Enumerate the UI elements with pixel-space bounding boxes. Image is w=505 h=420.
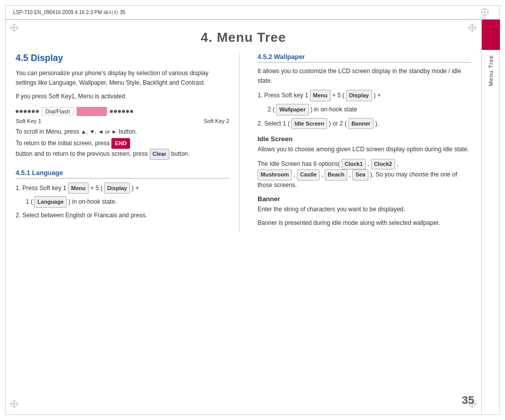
step-452-1d: 2 ( Wallpaper ) in on-hook state — [268, 104, 471, 115]
corner-mark-tl — [10, 23, 19, 34]
if-press-text: If you press Soft Key1, Menu is activate… — [16, 92, 229, 101]
scroll-arrows: ▲, ▼, ◄ or ► — [81, 129, 117, 135]
section-451: 4.5.1 Language 1. Press Soft key 1 Menu … — [16, 169, 229, 221]
castle-badge: Castle — [297, 169, 320, 181]
step-451-2: 2. Select between English or Francais an… — [16, 210, 229, 220]
step-452-1: 1. Press Soft key 1 Menu + 5 ( Display )… — [258, 90, 471, 101]
dot — [28, 110, 31, 113]
menu-badge-451: Menu — [68, 183, 89, 194]
comma5: , — [349, 171, 351, 178]
columns-container: 4.5 Display You can personalize your pho… — [6, 53, 481, 232]
step-452-2a: 2. Select — [258, 120, 281, 127]
softkey2-label: Soft Key 2 — [204, 118, 229, 124]
scroll-button: button. — [118, 128, 137, 135]
step-451-1d: 1 ( Language ) in on-hook state. — [26, 196, 229, 208]
comma2: , — [397, 160, 398, 167]
scroll-label: To scroll in Menu, press — [16, 128, 79, 135]
softkey-row: Soft Key 1 Soft Key 2 — [16, 118, 229, 124]
wallpaper-badge: Wallpaper — [276, 104, 308, 115]
dot — [20, 110, 23, 113]
dot — [16, 110, 19, 113]
pink-block — [77, 107, 107, 116]
section-45-intro: You can personalize your phone's display… — [16, 69, 229, 88]
dot — [114, 110, 117, 113]
sea-badge: Sea — [352, 169, 368, 181]
return-text2: button and to return to the previous scr… — [16, 150, 148, 157]
softkey1-label: Soft Key 1 — [16, 118, 41, 124]
step-452-2c: ) or — [329, 120, 338, 127]
display-badge-452: Display — [346, 90, 372, 101]
step-452-2e: ). — [375, 120, 378, 127]
corner-mark-bl — [10, 399, 19, 410]
step-452-2: 2. Select 1 ( Idle Screen ) or 2 ( Banne… — [258, 118, 471, 130]
step-451-1e: ) in on-hook state. — [69, 198, 117, 205]
step-452-1b: + 5 ( — [332, 92, 344, 99]
clock1-badge: Clock1 — [342, 159, 366, 170]
page-container: LSP-710 EN_090416 2009.4.16 2:3 PM 페이지 3… — [5, 5, 500, 415]
section-45-heading: 4.5 Display — [16, 53, 229, 64]
step-452-1e: ) in on-hook state — [310, 106, 357, 113]
end-badge: END — [111, 138, 130, 149]
comma3: , — [294, 171, 295, 178]
idle-screen-para2: The Idle Screen has 6 options( Clock1 , … — [258, 159, 471, 190]
banner-para1: Enter the string of characters you want … — [258, 205, 471, 214]
step-451-1a: 1. Press Soft key 1 — [16, 185, 67, 192]
comma4: , — [322, 171, 323, 178]
clear-badge: Clear — [150, 149, 170, 160]
idle-screen-badge: Idle Screen — [291, 118, 327, 130]
dot — [24, 110, 27, 113]
left-column: 4.5 Display You can personalize your pho… — [16, 53, 240, 232]
scroll-text: To scroll in Menu, press ▲, ▼, ◄ or ► bu… — [16, 128, 229, 135]
corner-mark-tr — [468, 23, 477, 34]
step-451-1d-label: 1 ( — [26, 198, 33, 205]
dial-flash-label: Dial/Flash — [42, 107, 74, 115]
print-header: LSP-710 EN_090416 2009.4.16 2:3 PM 페이지 3… — [6, 6, 499, 20]
banner-para2: Banner is presented during idle mode alo… — [258, 218, 471, 228]
banner-section: Banner Enter the string of characters yo… — [258, 195, 471, 228]
section-451-heading: 4.5.1 Language — [16, 169, 229, 178]
idle-screen-para1: Allows you to choose among given LCD scr… — [258, 145, 471, 154]
banner-heading: Banner — [258, 195, 471, 203]
dots-right — [110, 110, 133, 113]
beach-badge: Beach — [325, 169, 347, 181]
right-column: 4.5.2 Wallpaper It allows you to customi… — [255, 53, 471, 232]
step-451-1: 1. Press Soft key 1 Menu + 5 ( Display )… — [16, 183, 229, 194]
return-text3: button. — [171, 150, 190, 157]
print-info: LSP-710 EN_090416 2009.4.16 2:3 PM 페이지 3… — [13, 9, 125, 16]
clock2-badge: Clock2 — [371, 159, 395, 170]
right-sidebar: Menu Tree — [481, 20, 499, 414]
step-452-1c: ) + — [373, 92, 381, 99]
step-452-2b: 1 ( — [283, 120, 290, 127]
idle-screen-section: Idle Screen Allows you to choose among g… — [258, 135, 471, 190]
dial-flash-bar: Dial/Flash — [16, 107, 229, 116]
section-452-heading: 4.5.2 Wallpaper — [258, 53, 471, 63]
section-452-intro: It allows you to customize the LCD scree… — [258, 67, 471, 86]
sidebar-accent — [482, 20, 500, 50]
dot — [36, 110, 39, 113]
idle-screen-heading: Idle Screen — [258, 135, 471, 143]
dot — [110, 110, 113, 113]
page-title: 4. Menu Tree — [6, 20, 481, 53]
return-text: To return to the initial screen, press E… — [16, 138, 229, 160]
return-text1: To return to the initial screen, press — [16, 140, 110, 147]
comma1: , — [367, 160, 369, 167]
step-451-1b: + 5 ( — [90, 185, 102, 192]
step-452-1a: 1. Press Soft key 1 — [258, 92, 308, 99]
dot — [32, 110, 35, 113]
dot — [126, 110, 129, 113]
step-452-2d: 2 ( — [340, 120, 347, 127]
dot — [130, 110, 133, 113]
step-451-1c: ) + — [132, 185, 139, 192]
step-452-1d-label: 2 ( — [268, 106, 275, 113]
banner-badge: Banner — [348, 118, 373, 130]
menu-badge-452: Menu — [310, 90, 331, 101]
dots-left — [16, 110, 39, 113]
display-badge-451: Display — [104, 183, 130, 194]
dot — [118, 110, 121, 113]
reg-mark-top — [480, 8, 489, 19]
dot — [122, 110, 125, 113]
main-content: 4. Menu Tree 4.5 Display You can persona… — [6, 20, 481, 414]
language-badge: Language — [34, 196, 67, 208]
sidebar-label: Menu Tree — [488, 55, 494, 86]
mushroom-badge: Mushroom — [258, 169, 292, 181]
